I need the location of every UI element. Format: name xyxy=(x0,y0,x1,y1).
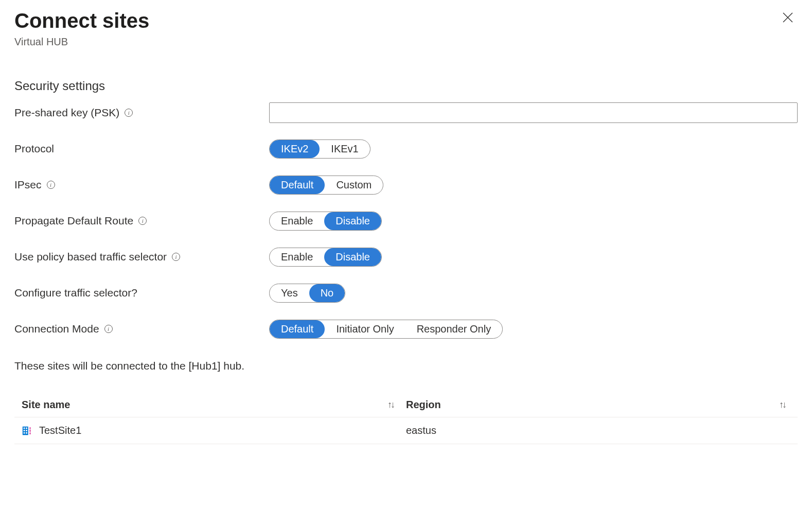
info-icon[interactable]: i xyxy=(125,109,133,117)
row-ipsec: IPsec i Default Custom xyxy=(14,174,798,195)
propagate-option-disable[interactable]: Disable xyxy=(324,212,381,230)
svg-rect-5 xyxy=(24,430,25,431)
protocol-option-ikev2[interactable]: IKEv2 xyxy=(270,140,320,158)
sites-table: Site name ↑↓ Region ↑↓ TestSite1 eastus xyxy=(14,393,798,444)
page-subtitle: Virtual HUB xyxy=(14,36,149,48)
cell-region: eastus xyxy=(406,425,436,436)
svg-rect-3 xyxy=(24,427,25,429)
page-title: Connect sites xyxy=(14,9,149,32)
svg-rect-4 xyxy=(26,427,27,429)
sort-icon[interactable]: ↑↓ xyxy=(779,399,785,410)
label-psk: Pre-shared key (PSK) xyxy=(14,107,119,119)
ipsec-toggle: Default Custom xyxy=(269,176,383,195)
configure-option-no[interactable]: No xyxy=(309,284,345,302)
info-icon[interactable]: i xyxy=(104,325,113,333)
mode-option-default[interactable]: Default xyxy=(270,320,325,338)
policy-option-disable[interactable]: Disable xyxy=(324,248,381,266)
column-header-region[interactable]: Region ↑↓ xyxy=(406,399,798,411)
ipsec-option-default[interactable]: Default xyxy=(270,176,325,194)
svg-rect-7 xyxy=(24,432,25,433)
site-icon xyxy=(22,425,33,436)
column-label-region: Region xyxy=(406,399,441,411)
sort-icon[interactable]: ↑↓ xyxy=(387,399,394,410)
configure-selector-toggle: Yes No xyxy=(269,284,345,303)
label-protocol: Protocol xyxy=(14,143,54,155)
row-propagate: Propagate Default Route i Enable Disable xyxy=(14,211,798,231)
svg-rect-6 xyxy=(26,430,27,431)
svg-rect-2 xyxy=(23,426,28,435)
psk-input[interactable] xyxy=(269,102,798,123)
propagate-option-enable[interactable]: Enable xyxy=(270,212,324,230)
close-icon xyxy=(782,12,793,23)
propagate-toggle: Enable Disable xyxy=(269,212,382,231)
row-connection-mode: Connection Mode i Default Initiator Only… xyxy=(14,319,798,339)
table-row[interactable]: TestSite1 eastus xyxy=(14,417,798,444)
ipsec-option-custom[interactable]: Custom xyxy=(325,176,383,194)
row-configure-selector: Configure traffic selector? Yes No xyxy=(14,283,798,303)
protocol-option-ikev1[interactable]: IKEv1 xyxy=(320,140,369,158)
cell-site-name: TestSite1 xyxy=(39,425,81,436)
connection-description: These sites will be connected to the [Hu… xyxy=(14,360,798,372)
info-icon[interactable]: i xyxy=(47,181,55,189)
row-policy-selector: Use policy based traffic selector i Enab… xyxy=(14,247,798,267)
connection-mode-toggle: Default Initiator Only Responder Only xyxy=(269,320,503,339)
svg-rect-8 xyxy=(26,432,27,433)
panel-header: Connect sites Virtual HUB xyxy=(14,9,798,48)
row-protocol: Protocol IKEv2 IKEv1 xyxy=(14,138,798,159)
protocol-toggle: IKEv2 IKEv1 xyxy=(269,139,370,159)
mode-option-initiator[interactable]: Initiator Only xyxy=(325,320,405,338)
table-header: Site name ↑↓ Region ↑↓ xyxy=(14,393,798,417)
column-header-site-name[interactable]: Site name ↑↓ xyxy=(14,399,406,411)
column-label-site: Site name xyxy=(22,399,70,411)
label-connection-mode: Connection Mode xyxy=(14,323,99,335)
label-ipsec: IPsec xyxy=(14,179,42,191)
label-configure-selector: Configure traffic selector? xyxy=(14,287,137,299)
section-heading-security: Security settings xyxy=(14,79,798,93)
info-icon[interactable]: i xyxy=(172,253,180,261)
row-psk: Pre-shared key (PSK) i xyxy=(14,102,798,123)
close-button[interactable] xyxy=(778,9,798,28)
mode-option-responder[interactable]: Responder Only xyxy=(405,320,503,338)
info-icon[interactable]: i xyxy=(138,217,147,225)
policy-selector-toggle: Enable Disable xyxy=(269,248,382,267)
label-propagate: Propagate Default Route xyxy=(14,215,133,227)
configure-option-yes[interactable]: Yes xyxy=(270,284,309,302)
label-policy-selector: Use policy based traffic selector xyxy=(14,251,167,263)
policy-option-enable[interactable]: Enable xyxy=(270,248,324,266)
